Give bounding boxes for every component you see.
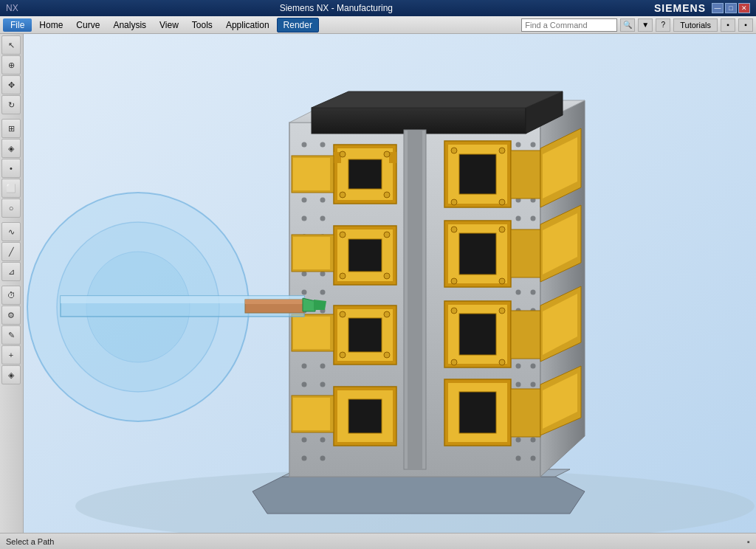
svg-marker-2 (252, 477, 585, 514)
svg-point-124 (451, 199, 457, 205)
svg-point-122 (451, 148, 457, 153)
svg-rect-88 (389, 152, 396, 163)
svg-point-40 (320, 364, 326, 369)
svg-rect-136 (459, 314, 496, 355)
rotate-tool-button[interactable]: ↻ (1, 95, 21, 114)
svg-point-102 (340, 273, 346, 279)
menu-home[interactable]: Home (33, 18, 69, 32)
menu-right: 🔍 ▼ ? Tutorials ▪ ▪ (521, 18, 753, 32)
svg-point-109 (340, 311, 346, 317)
svg-point-26 (302, 438, 307, 443)
svg-point-63 (516, 456, 521, 461)
svg-point-132 (451, 278, 457, 284)
svg-rect-121 (511, 151, 540, 198)
svg-point-111 (340, 352, 346, 358)
rectangle-button[interactable]: ⬜ (1, 179, 21, 198)
svg-rect-145 (511, 389, 540, 437)
maximize-button[interactable]: □ (725, 3, 737, 13)
svg-point-68 (531, 216, 536, 221)
svg-point-101 (384, 232, 390, 238)
title-bar: NX Siemens NX - Manufacturing SIEMENS — … (0, 0, 756, 16)
svg-point-32 (320, 216, 326, 221)
svg-point-140 (451, 359, 457, 365)
svg-point-54 (516, 290, 521, 295)
settings-button[interactable]: ⚙ (1, 305, 21, 325)
svg-point-28 (320, 142, 326, 148)
line-button[interactable]: ╱ (1, 242, 21, 261)
status-indicator: ▪ (747, 537, 750, 546)
window-title: Siemens NX - Manufacturing (18, 3, 654, 13)
close-button[interactable]: ✕ (738, 3, 750, 13)
svg-rect-144 (459, 392, 496, 433)
svg-point-35 (320, 272, 326, 277)
svg-point-14 (302, 216, 307, 221)
svg-point-13 (302, 198, 307, 203)
svg-point-80 (531, 438, 536, 443)
select-tool-button[interactable]: ↖ (1, 35, 21, 55)
svg-point-22 (302, 364, 307, 369)
svg-rect-160 (245, 300, 304, 304)
svg-point-90 (384, 151, 390, 157)
grid-button[interactable]: ⊞ (1, 119, 21, 138)
trim-button[interactable]: ⊿ (1, 262, 21, 281)
svg-point-139 (499, 308, 505, 314)
panel-toggle-2[interactable]: ▪ (738, 18, 753, 32)
svg-point-81 (531, 456, 536, 461)
svg-rect-99 (293, 237, 330, 269)
svg-rect-117 (293, 398, 330, 430)
find-command-input[interactable] (521, 18, 617, 32)
svg-point-133 (499, 278, 505, 284)
tutorials-button[interactable]: Tutorials (673, 18, 718, 32)
svg-rect-129 (511, 229, 540, 277)
menu-application[interactable]: Application (220, 18, 275, 32)
snap-button[interactable]: ◈ (1, 139, 21, 158)
svg-rect-128 (459, 233, 496, 274)
minimize-button[interactable]: — (712, 3, 724, 13)
svg-point-89 (340, 151, 346, 157)
svg-rect-94 (293, 158, 330, 190)
menu-bar: File Home Curve Analysis View Tools Appl… (0, 16, 756, 34)
circle-button[interactable]: ○ (1, 198, 21, 218)
timer-button[interactable]: ⏱ (1, 286, 21, 305)
viewport[interactable] (24, 34, 756, 533)
svg-point-58 (516, 364, 521, 369)
svg-rect-120 (459, 154, 496, 194)
svg-rect-137 (511, 311, 540, 359)
svg-rect-106 (348, 318, 382, 352)
menu-file[interactable]: File (3, 18, 32, 32)
help-button[interactable]: ? (656, 18, 670, 32)
curve-button[interactable]: ∿ (1, 222, 21, 241)
svg-point-50 (516, 216, 521, 221)
zoom-tool-button[interactable]: ⊕ (1, 55, 21, 75)
svg-point-23 (302, 382, 307, 387)
svg-point-72 (531, 290, 536, 295)
svg-marker-162 (314, 300, 326, 310)
menu-analysis[interactable]: Analysis (107, 18, 152, 32)
svg-point-112 (384, 352, 390, 358)
svg-point-125 (499, 199, 505, 205)
pan-tool-button[interactable]: ✥ (1, 75, 21, 94)
point-button[interactable]: • (1, 159, 21, 178)
svg-point-103 (384, 273, 390, 279)
menu-render[interactable]: Render (277, 18, 319, 32)
measure-button[interactable]: ◈ (1, 365, 21, 384)
dropdown-button[interactable]: ▼ (638, 18, 653, 32)
svg-point-36 (320, 290, 326, 295)
menu-tools[interactable]: Tools (186, 18, 219, 32)
status-bar: Select a Path ▪ (0, 533, 756, 549)
search-button[interactable]: 🔍 (620, 18, 635, 32)
edit-button[interactable]: ✎ (1, 325, 21, 345)
menu-view[interactable]: View (154, 18, 185, 32)
svg-point-64 (531, 142, 536, 148)
svg-point-59 (516, 382, 521, 387)
status-message: Select a Path (6, 537, 54, 546)
svg-point-123 (499, 148, 505, 153)
svg-point-44 (320, 438, 326, 443)
menu-curve[interactable]: Curve (70, 18, 106, 32)
add-button[interactable]: + (1, 345, 21, 365)
panel-toggle-1[interactable]: ▪ (721, 18, 735, 32)
main-area: ↖ ⊕ ✥ ↻ ⊞ ◈ • ⬜ ○ ∿ ╱ ⊿ ⏱ ⚙ ✎ + ◈ (0, 34, 756, 533)
svg-point-131 (499, 227, 505, 232)
svg-rect-108 (293, 317, 330, 349)
svg-point-110 (384, 311, 390, 317)
